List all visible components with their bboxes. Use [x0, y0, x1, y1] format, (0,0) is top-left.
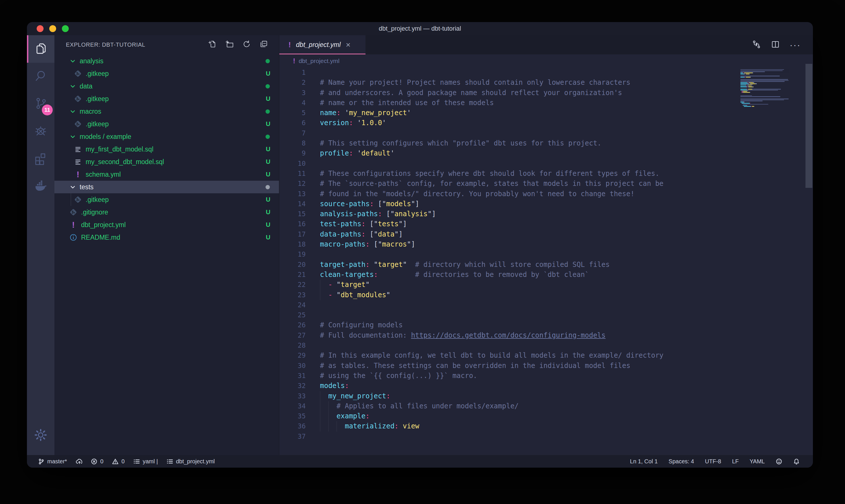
status-encoding[interactable]: UTF-8	[705, 458, 721, 465]
code-line[interactable]: 27# Full documentation: https://docs.get…	[279, 330, 813, 341]
status-git-branch[interactable]: master*	[38, 458, 67, 465]
collapse-folders-button[interactable]	[259, 40, 268, 50]
code-line[interactable]: 1	[279, 68, 813, 78]
tree-item-analysis[interactable]: analysis	[54, 55, 279, 67]
status-warnings[interactable]: 0	[112, 458, 125, 465]
code-line[interactable]: 14source-paths: ["models"]	[279, 199, 813, 209]
code-line[interactable]: 4# name or the intended use of these mod…	[279, 98, 813, 108]
status-file-selector[interactable]: dbt_project.yml	[166, 458, 215, 465]
minimap-line	[740, 82, 802, 83]
open-changes-button[interactable]	[752, 40, 761, 50]
status-errors[interactable]: 0	[91, 458, 103, 465]
activity-debug[interactable]	[27, 118, 54, 145]
code-line[interactable]: 2# Name your project! Project names shou…	[279, 78, 813, 88]
code-line[interactable]: 29# In this example config, we tell dbt …	[279, 350, 813, 361]
code-line[interactable]: 35 example:	[279, 411, 813, 421]
code-line[interactable]: 23 - "dbt_modules"	[279, 290, 813, 300]
status-sync[interactable]	[76, 458, 82, 465]
status-cursor-position[interactable]: Ln 1, Col 1	[630, 458, 658, 465]
tree-item--gitkeep[interactable]: .gitkeepU	[54, 67, 279, 80]
tree-item-macros[interactable]: macros	[54, 105, 279, 118]
tree-item-label: models / example	[79, 133, 131, 141]
tree-item--gitkeep[interactable]: .gitkeepU	[54, 118, 279, 130]
new-folder-button[interactable]	[225, 40, 234, 50]
code-line[interactable]: 28	[279, 341, 813, 350]
code-line[interactable]: 33 my_new_project:	[279, 391, 813, 401]
status-eol[interactable]: LF	[732, 458, 739, 465]
minimap-line	[740, 77, 802, 78]
code-line[interactable]: 11# These configurations specify where d…	[279, 169, 813, 179]
code-line[interactable]: 20target-path: "target" # directory whic…	[279, 260, 813, 270]
tree-item-my-first-dbt-model-sql[interactable]: my_first_dbt_model.sqlU	[54, 143, 279, 156]
tree-item-models-example[interactable]: models / example	[54, 130, 279, 143]
minimap[interactable]	[740, 68, 802, 108]
git-status-dot	[266, 185, 270, 189]
code-line[interactable]: 8# This setting configures which "profil…	[279, 138, 813, 148]
activity-explorer[interactable]	[27, 35, 54, 63]
code-line[interactable]: 24	[279, 300, 813, 310]
new-file-button[interactable]	[208, 40, 217, 50]
code-line[interactable]: 12# The `source-paths` config, for examp…	[279, 179, 813, 189]
chevron-down-icon	[69, 57, 76, 65]
tree-item--gitkeep[interactable]: .gitkeepU	[54, 92, 279, 105]
code-line[interactable]: 5name: 'my_new_project'	[279, 108, 813, 118]
tab-dbt-project-yml[interactable]: ! dbt_project.yml ×	[279, 35, 365, 54]
tree-item--gitkeep[interactable]: .gitkeepU	[54, 193, 279, 206]
code-line[interactable]: 19	[279, 249, 813, 259]
code-line[interactable]: 16test-paths: ["tests"]	[279, 219, 813, 229]
tree-item-label: .gitkeep	[86, 95, 109, 103]
more-actions-button[interactable]: ···	[790, 43, 801, 47]
readme-info-icon	[69, 233, 77, 241]
code-area[interactable]: 12# Name your project! Project names sho…	[279, 68, 813, 455]
code-line[interactable]: 37	[279, 432, 813, 442]
status-warnings-label: 0	[122, 458, 125, 465]
activity-extensions[interactable]	[27, 145, 54, 173]
code-line[interactable]: 31# using the `{{ config(...) }}` macro.	[279, 371, 813, 381]
status-indentation[interactable]: Spaces: 4	[668, 458, 694, 465]
code-line[interactable]: 18macro-paths: ["macros"]	[279, 239, 813, 249]
tree-item--gitignore[interactable]: .gitignoreU	[54, 206, 279, 218]
code-line[interactable]: 32models:	[279, 381, 813, 391]
activity-docker[interactable]	[27, 173, 54, 200]
line-number: 9	[279, 148, 306, 158]
code-line[interactable]: 26# Configuring models	[279, 320, 813, 330]
status-yaml-selector[interactable]: yaml |	[133, 458, 158, 465]
code-line[interactable]: 36 materialized: view	[279, 421, 813, 431]
code-line[interactable]: 3# and underscores. A good package name …	[279, 88, 813, 98]
refresh-explorer-button[interactable]	[242, 40, 251, 50]
tree-item-tests[interactable]: tests	[54, 181, 279, 193]
code-line[interactable]: 25	[279, 310, 813, 320]
tree-item-my-second-dbt-model-sql[interactable]: my_second_dbt_model.sqlU	[54, 156, 279, 168]
close-tab-icon[interactable]: ×	[346, 41, 350, 49]
code-line[interactable]: 30# as tables. These settings can be ove…	[279, 361, 813, 371]
tree-item-label: .gitkeep	[86, 196, 109, 204]
code-line[interactable]: 7	[279, 128, 813, 138]
breadcrumb-filename[interactable]: dbt_project.yml	[299, 57, 339, 65]
activity-source-control[interactable]: 11	[27, 90, 54, 118]
tree-item-schema-yml[interactable]: !schema.ymlU	[54, 168, 279, 181]
code-line[interactable]: 9profile: 'default'	[279, 148, 813, 158]
code-line[interactable]: 13# found in the "models/" directory. Yo…	[279, 189, 813, 199]
line-number: 3	[279, 88, 306, 98]
activity-search[interactable]	[27, 63, 54, 90]
minimap-line	[740, 79, 802, 80]
code-line[interactable]: 10	[279, 159, 813, 169]
code-line[interactable]: 21clean-targets: # directories to be rem…	[279, 270, 813, 280]
code-line[interactable]: 22 - "target"	[279, 280, 813, 290]
code-line[interactable]: 6version: '1.0.0'	[279, 118, 813, 128]
tree-item-dbt-project-yml[interactable]: !dbt_project.ymlU	[54, 218, 279, 231]
settings-button[interactable]	[27, 422, 54, 449]
status-notifications[interactable]	[793, 458, 800, 465]
code-line[interactable]: 34 # Applies to all files under models/e…	[279, 401, 813, 411]
tree-item-readme-md[interactable]: README.mdU	[54, 231, 279, 244]
tree-item-data[interactable]: data	[54, 80, 279, 92]
code-line[interactable]: 15analysis-paths: ["analysis"]	[279, 209, 813, 219]
line-number: 5	[279, 108, 306, 118]
status-language-mode[interactable]: YAML	[750, 458, 765, 465]
line-number: 27	[279, 330, 306, 341]
split-editor-button[interactable]	[771, 40, 780, 50]
git-status-dot	[266, 59, 270, 63]
code-line[interactable]: 17data-paths: ["data"]	[279, 229, 813, 239]
status-feedback[interactable]	[776, 458, 782, 465]
editor-scrollbar[interactable]	[806, 64, 812, 188]
